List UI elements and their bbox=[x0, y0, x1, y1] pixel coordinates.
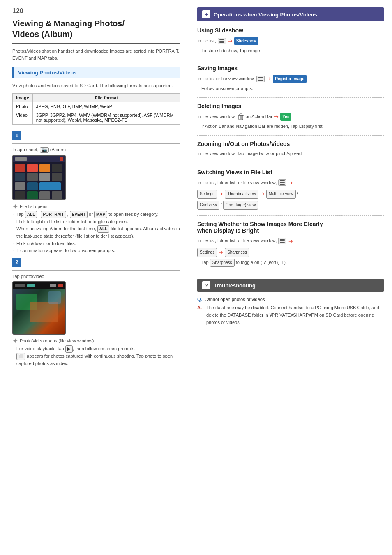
format-table: Image File format Photo JPEG, PNG, GIF, … bbox=[12, 93, 180, 125]
step1-result: File list opens. bbox=[12, 204, 48, 209]
slideshow-tag: Slideshow bbox=[234, 37, 258, 45]
bullet-item: If confirmation appears, follow onscreen… bbox=[12, 247, 180, 254]
troubleshooting-section: ? Troubleshooting Q. Cannot open photos … bbox=[197, 279, 384, 326]
arrow-icon-sharpness2: ➔ bbox=[219, 247, 223, 257]
tag-all: ALL bbox=[25, 211, 37, 218]
tag-continuous: ⬜ bbox=[16, 353, 25, 360]
tag-play: ▶ bbox=[65, 345, 73, 353]
step1-label: In app sheet, 📷 (Album) bbox=[12, 147, 180, 153]
sharpness-tags-row: Settings ➔ Sharpness bbox=[197, 247, 384, 257]
svg-marker-0 bbox=[13, 204, 18, 209]
bullet-item: Flick left/right in file list or folder … bbox=[12, 218, 180, 226]
result-sparkle-icon bbox=[12, 204, 18, 209]
ops-header: + Operations when Viewing Photos/Videos bbox=[197, 7, 384, 21]
yes-tag: Yes bbox=[280, 113, 291, 121]
saving-row: In file list or file view window, ➔ Regi… bbox=[197, 74, 384, 83]
phone-topbar-2 bbox=[13, 282, 65, 289]
saving-instruction: In file list or file view window, bbox=[197, 75, 255, 83]
table-header-image: Image bbox=[13, 93, 33, 102]
a-label: A. bbox=[197, 304, 204, 326]
tag-portrait: PORTRAIT bbox=[41, 211, 66, 218]
settings-tag-2: Settings bbox=[197, 248, 217, 257]
page-number: 120 bbox=[12, 7, 180, 15]
arrow-icon-slideshow: ➔ bbox=[228, 36, 233, 46]
menu-icon-switching bbox=[278, 179, 286, 186]
menu-line bbox=[219, 42, 224, 43]
arrow-icon-deleting: ➔ bbox=[274, 112, 279, 121]
tag-event: EVENT bbox=[70, 211, 88, 218]
step1-number: 1 bbox=[15, 132, 18, 139]
deleting-on-action-bar: on Action Bar bbox=[246, 113, 272, 121]
menu-icon-saving bbox=[256, 76, 265, 82]
section-viewing-label: Viewing Photos/Videos bbox=[18, 69, 77, 76]
menu-line bbox=[258, 80, 263, 81]
tag-all2: ALL bbox=[97, 225, 109, 233]
arrow-icon-switching3: ➔ bbox=[260, 189, 265, 199]
section-sharpness: Setting Whether to Show Images More Clea… bbox=[197, 221, 384, 273]
deleting-instruction: In file view window, bbox=[197, 113, 236, 121]
menu-lines-icon3 bbox=[280, 180, 285, 185]
main-title: Viewing & Managing Photos/Videos (Album) bbox=[12, 18, 180, 44]
tag-map: MAP bbox=[94, 211, 107, 218]
sharpness-title: Setting Whether to Show Images More Clea… bbox=[197, 221, 384, 234]
section-deleting: Deleting Images In file view window, on … bbox=[197, 103, 384, 136]
svg-marker-1 bbox=[13, 338, 18, 343]
arrow-icon-switching2: ➔ bbox=[219, 189, 223, 199]
q-label: Q. bbox=[197, 297, 202, 302]
bullet-item: Flick up/down for hidden files. bbox=[12, 240, 180, 247]
bullet-item: For video playback, Tap ▶, then follow o… bbox=[12, 345, 180, 353]
menu-line bbox=[280, 182, 285, 183]
zooming-row: In file view window, Tap image twice or … bbox=[197, 150, 384, 158]
sharpness-row: In file list, folder list, or file view … bbox=[197, 236, 384, 246]
bullet-item: Tap ALL , PORTRAIT , EVENT or MAP to ope… bbox=[12, 211, 180, 218]
step1-result-text: File list opens. bbox=[20, 204, 48, 209]
slideshow-row: In file list, ➔ Slideshow bbox=[197, 36, 384, 46]
switching-tags-row: Settings ➔ Thumbnail view ➔ Multi-tile v… bbox=[197, 189, 384, 199]
phone-topbar-1 bbox=[13, 156, 65, 162]
album-icon-tag: 📷 bbox=[40, 147, 49, 153]
right-column: + Operations when Viewing Photos/Videos … bbox=[189, 0, 392, 555]
table-cell-format-video: 3GPP, 3GPP2, MP4, WMV (WMDRM not support… bbox=[32, 111, 180, 124]
switching-title: Switching Views in File List bbox=[197, 169, 384, 176]
step2-bullets: For video playback, Tap ▶, then follow o… bbox=[12, 345, 180, 368]
arrow-icon-switching: ➔ bbox=[288, 178, 293, 187]
menu-icon-sharpness bbox=[278, 238, 286, 244]
thumbnail-view-tag: Thumbnail view bbox=[225, 190, 258, 199]
step2-result: Photo/video opens (file view window). bbox=[12, 338, 95, 344]
menu-line bbox=[280, 240, 285, 241]
bullet-item: When activating Album for the first time… bbox=[12, 225, 180, 240]
table-cell-image-photo: Photo bbox=[13, 102, 33, 111]
section-switching: Switching Views in File List In file lis… bbox=[197, 169, 384, 216]
trouble-question: Q. Cannot open photos or videos bbox=[197, 297, 384, 302]
separator-slash: / bbox=[297, 190, 298, 198]
trouble-a-text: The database may be disabled. Connect ha… bbox=[206, 304, 384, 326]
zooming-instruction: In file view window, Tap image twice or … bbox=[197, 150, 302, 158]
section-zooming: Zooming In/Out on Photos/Videos In file … bbox=[197, 141, 384, 164]
sharpness-instruction: In file list, folder list, or file view … bbox=[197, 237, 277, 245]
table-cell-image-video: Video bbox=[13, 111, 33, 124]
slideshow-instruction: In file list, bbox=[197, 37, 216, 45]
menu-lines-icon2 bbox=[258, 77, 263, 81]
table-header-format: File format bbox=[32, 93, 180, 102]
menu-line bbox=[280, 239, 285, 240]
table-cell-format-photo: JPEG, PNG, GIF, BMP, WBMP, WebP bbox=[32, 102, 180, 111]
menu-line bbox=[258, 77, 263, 78]
phone-screenshot-2 bbox=[12, 281, 66, 335]
switching-row: In file list, folder list, or file view … bbox=[197, 178, 384, 187]
slideshow-note: To stop slideshow, Tap image. bbox=[197, 47, 384, 55]
question-icon: ? bbox=[202, 281, 210, 289]
multi-tile-tag: Multi-tile view bbox=[266, 190, 296, 199]
menu-icon-slideshow bbox=[218, 38, 226, 44]
trouble-q-text: Cannot open photos or videos bbox=[205, 297, 265, 302]
step2-box: 2 bbox=[12, 258, 21, 267]
trouble-header-text: Troubleshooting bbox=[214, 282, 256, 289]
trouble-answer: A. The database may be disabled. Connect… bbox=[197, 304, 384, 326]
menu-line bbox=[219, 39, 224, 40]
deleting-row: In file view window, on Action Bar ➔ Yes bbox=[197, 112, 384, 121]
section-viewing-header: Viewing Photos/Videos bbox=[12, 67, 180, 78]
sharpness-tag: Sharpness bbox=[225, 248, 249, 257]
page-container: 120 Viewing & Managing Photos/Videos (Al… bbox=[0, 0, 392, 555]
menu-line bbox=[219, 41, 224, 42]
saving-title: Saving Images bbox=[197, 65, 384, 72]
deleting-note: If Action Bar and Navigation Bar are hid… bbox=[197, 123, 384, 130]
